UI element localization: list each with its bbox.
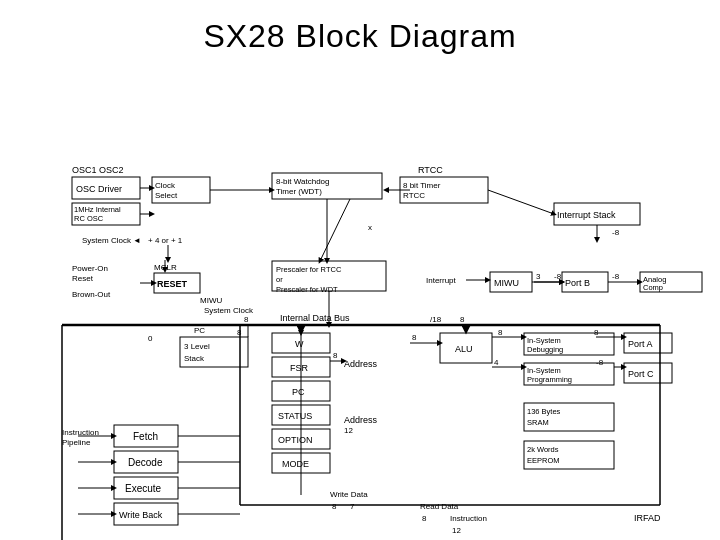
- w-reg-label: W: [295, 339, 304, 349]
- rc-osc-label2: RC OSC: [74, 214, 104, 223]
- system-clock2-label: System Clock: [204, 306, 254, 315]
- reset-label: RESET: [157, 279, 188, 289]
- write-data-8: 8: [332, 502, 337, 511]
- isp-label2: Programming: [527, 375, 572, 384]
- miwu-label: MIWU: [494, 278, 519, 288]
- decode-label: Decode: [128, 457, 163, 468]
- isp-label: In-System: [527, 366, 561, 375]
- ip-label2: Pipeline: [62, 438, 91, 447]
- sram-label: 136 Bytes: [527, 407, 561, 416]
- option-label: OPTION: [278, 435, 313, 445]
- address2-label: Address: [344, 415, 378, 425]
- svg-line-67: [320, 199, 350, 261]
- alu-arrow1: 8: [412, 333, 417, 342]
- instruction-12: 12: [452, 526, 461, 535]
- read-data-label: Read Data: [420, 502, 459, 511]
- svg-line-65: [488, 190, 554, 214]
- three-level-label: 3 Level: [184, 342, 210, 351]
- eeprom-label2: EEPROM: [527, 456, 560, 465]
- wdt-label2: Timer (WDT): [276, 187, 322, 196]
- plus4or1-label: + 4 or + 1: [148, 236, 183, 245]
- analog-comp-label2: Comp: [643, 283, 663, 292]
- alu-label: ALU: [455, 344, 473, 354]
- clock-select-label: Clock: [155, 181, 176, 190]
- bus-8-label2: 8: [460, 315, 465, 324]
- rtcc-timer-label: 8 bit Timer: [403, 181, 441, 190]
- clock-select-label2: Select: [155, 191, 178, 200]
- writeback-label: Write Back: [119, 510, 163, 520]
- interrupt-stack-label: Interrupt Stack: [557, 210, 616, 220]
- system-clock-label: System Clock ◄: [82, 236, 141, 245]
- port-c-label: Port C: [628, 369, 654, 379]
- wdt-label: 8-bit Watchdog: [276, 177, 330, 186]
- brown-out-label: Brown-Out: [72, 290, 111, 299]
- osc-driver-label: OSC Driver: [76, 184, 122, 194]
- three-level-label2: Stack: [184, 354, 205, 363]
- irfad-label: IRFAD: [634, 513, 661, 523]
- fetch-label: Fetch: [133, 431, 158, 442]
- power-on-label2: Reset: [72, 274, 94, 283]
- x-label: x: [368, 223, 372, 232]
- analog-8-label: -8: [612, 272, 620, 281]
- zero-label: 0: [148, 334, 153, 343]
- arrow-8-label: -8: [612, 228, 620, 237]
- miwu-bottom-label: MIWU: [200, 296, 222, 305]
- interrupt-label: Interrupt: [426, 276, 457, 285]
- pc-reg-label: PC: [292, 387, 305, 397]
- pa-8-label: 8: [594, 328, 599, 337]
- eeprom-label: 2k Words: [527, 445, 559, 454]
- osc1-osc2-label: OSC1 OSC2: [72, 165, 124, 175]
- address1-label: Address: [344, 359, 378, 369]
- bus-18-label: /18: [430, 315, 442, 324]
- port-a-label: Port A: [628, 339, 653, 349]
- pc-top-label: PC: [194, 326, 205, 335]
- power-on-label: Power-On: [72, 264, 108, 273]
- fsr-label: FSR: [290, 363, 309, 373]
- isd-label2: Debugging: [527, 345, 563, 354]
- write-data-7: 7: [350, 502, 355, 511]
- page-title: SX28 Block Diagram: [0, 0, 720, 65]
- bus-8-label1: 8: [244, 315, 249, 324]
- addr-8-label: 8: [333, 351, 338, 360]
- sram-label2: SRAM: [527, 418, 549, 427]
- port-b-label: Port B: [565, 278, 590, 288]
- portb-arrow-3: 3: [536, 272, 541, 281]
- status-label: STATUS: [278, 411, 312, 421]
- read-data-8: 8: [422, 514, 427, 523]
- pc-8-label: -8: [596, 358, 604, 367]
- prescaler-or-label: or: [276, 275, 283, 284]
- rc-osc-label: 1MHz Internal: [74, 205, 121, 214]
- diagram-container: OSC1 OSC2 OSC Driver 1MHz Internal RC OS…: [0, 65, 720, 540]
- execute-label: Execute: [125, 483, 162, 494]
- rtcc-top-label: RTCC: [418, 165, 443, 175]
- internal-data-bus-label: Internal Data Bus: [280, 313, 350, 323]
- addr-12-label: 12: [344, 426, 353, 435]
- rtcc-timer-label2: RTCC: [403, 191, 425, 200]
- portb-arrow-8: -8: [554, 272, 562, 281]
- isd-8-label: 8: [498, 328, 503, 337]
- instruction-label: Instruction: [450, 514, 487, 523]
- write-data-label: Write Data: [330, 490, 368, 499]
- mode-label: MODE: [282, 459, 309, 469]
- prescaler-label: Prescaler for RTCC: [276, 265, 342, 274]
- isp-4-label: 4: [494, 358, 499, 367]
- isd-label: In-System: [527, 336, 561, 345]
